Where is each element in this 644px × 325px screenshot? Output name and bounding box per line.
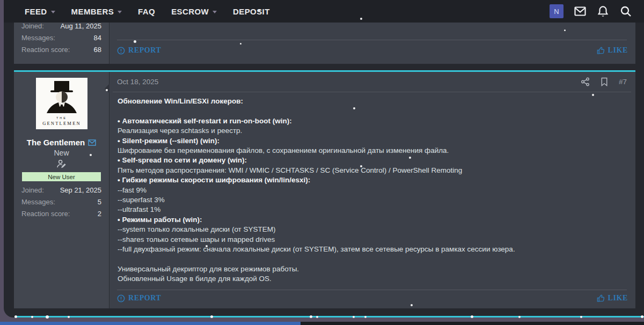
alerts-bell-icon[interactable] [597,5,609,18]
post-date[interactable]: Oct 18, 2025 [117,78,158,86]
report-button[interactable]: REPORT [117,294,161,302]
username-text: The Gentlemen [27,138,85,147]
report-button[interactable]: REPORT [117,46,161,55]
report-label: REPORT [128,294,161,302]
stat-row: Reaction score:68 [21,44,101,56]
post-text-line: Шифрование без переименования файлов, с … [118,146,628,156]
post-actions: REPORT LIKE [117,46,628,55]
bookmark-icon[interactable] [601,77,608,86]
post-text-line: Пять методов распространения: WMI / WMIC… [118,166,628,175]
stat-value: Sep 21, 2025 [60,184,101,196]
post-7-content: Oct 18, 2025 #7 Обновление Win/Lin/ESXi … [109,72,635,308]
nav-item-members[interactable]: MEMBERS [65,4,128,19]
like-button[interactable]: LIKE [597,294,628,302]
post-text-line: • Self-spread по сети и домену (win): [118,156,628,165]
forum-container: FEEDMEMBERSFAQESCROWDEPOSIT N Joined:Aug… [4,0,644,317]
username-link[interactable]: The Gentlemen [14,138,109,147]
nav-item-feed[interactable]: FEED [19,4,61,19]
post-actions: REPORT LIKE [117,294,628,302]
post-text-line: --shares только сетевые шары и mapped dr… [118,235,628,245]
nav-item-faq[interactable]: FAQ [132,4,161,19]
post-text-line: • Режимы работы (win): [118,215,628,225]
bottom-progress-bar [0,322,301,325]
like-label: LIKE [608,46,628,55]
nav-item-label: FEED [25,7,47,16]
chevron-down-icon [118,11,122,13]
like-button[interactable]: LIKE [597,46,628,55]
stat-label: Messages: [21,32,55,44]
post-7: THE GENTLEMEN The Gentlemen New New User… [14,70,635,308]
thumb-up-icon [597,47,605,55]
post-text-line: --fast 9% [118,186,628,195]
stat-value: 68 [94,44,101,56]
stat-label: Messages: [21,196,55,208]
post-text-line: --superfast 3% [118,195,628,205]
svg-text:GENTLEMEN: GENTLEMEN [42,121,81,126]
post-text-line: • Гибкие режимы скорости шифрования (win… [118,175,628,185]
bottom-accent-line [14,316,644,317]
post-text-line: --full двухфазный режим: сначала локальн… [118,245,628,254]
message-arrow [105,84,109,93]
messages-envelope-icon[interactable] [574,5,587,18]
svg-text:THE: THE [56,116,67,120]
stat-value: 2 [98,208,101,220]
share-icon[interactable] [581,77,590,86]
stat-row: Joined:Aug 11, 2025 [21,20,101,32]
gentleman-avatar-image: THE GENTLEMEN [36,78,87,129]
post-previous: Joined:Aug 11, 2025Messages:84Reaction s… [14,23,635,64]
post-7-sidebar: THE GENTLEMEN The Gentlemen New New User… [14,72,109,308]
stat-value: 5 [98,196,101,208]
account-avatar-badge[interactable]: N [550,4,564,18]
search-icon[interactable] [619,5,632,18]
post-text-line: --ultrafast 1% [118,205,628,215]
divider [117,40,627,40]
divider [117,290,627,290]
user-edit-icon [14,159,109,168]
report-alert-icon [117,294,125,302]
post-text-line: Реализация через schtasks и реестр. [118,126,628,136]
nav-item-label: DEPOSIT [233,7,270,16]
stat-row: Messages:5 [21,196,101,208]
user-avatar[interactable]: THE GENTLEMEN [36,78,87,129]
post-text-line: --system только локальные диски (от SYST… [118,225,628,234]
stat-row: Reaction score:2 [21,208,101,220]
nav-right-icons: N [550,4,632,18]
post-previous-sidebar: Joined:Aug 11, 2025Messages:84Reaction s… [14,23,109,64]
user-title: New [14,149,109,157]
stat-row: Messages:84 [21,32,101,44]
post-text-line [118,255,628,264]
post-header: Oct 18, 2025 #7 [113,72,631,92]
user-stats: Joined:Aug 11, 2025Messages:84Reaction s… [21,20,101,56]
post-text-line: Обновленный Usage в билде для каждой OS. [118,274,628,284]
post-text-line: • Silent-режим (--silent) (win): [118,136,628,146]
post-text-line [118,106,628,116]
chevron-down-icon [51,11,55,13]
nav-item-deposit[interactable]: DEPOSIT [227,4,276,19]
report-label: REPORT [128,46,161,55]
user-banner: New User [22,172,101,181]
user-stats: Joined:Sep 21, 2025Messages:5Reaction sc… [21,184,101,220]
thumb-up-icon [597,294,605,302]
stat-label: Joined: [21,184,44,196]
nav-item-label: FAQ [138,7,155,16]
stat-label: Reaction score: [21,208,70,220]
top-navbar: FEEDMEMBERSFAQESCROWDEPOSIT N [4,0,644,23]
nav-item-label: MEMBERS [71,7,114,16]
post-previous-content: REPORT LIKE [109,23,635,64]
nav-item-escrow[interactable]: ESCROW [165,4,223,19]
stat-row: Joined:Sep 21, 2025 [21,184,101,196]
stat-label: Reaction score: [21,44,70,56]
nav-menu: FEEDMEMBERSFAQESCROWDEPOSIT [19,4,276,19]
verified-envelope-icon [88,139,96,146]
stat-value: Aug 11, 2025 [61,20,101,32]
bottom-strip [0,322,644,325]
stat-value: 84 [94,32,101,44]
chevron-down-icon [213,11,217,13]
post-body: Обновление Win/Lin/ESXi локеров: • Автом… [118,97,628,284]
report-alert-icon [117,47,125,55]
post-text-line: • Автоматический self-restart и run-on-b… [118,116,628,126]
post-number-link[interactable]: #7 [619,78,627,86]
stat-label: Joined: [21,20,44,32]
nav-item-label: ESCROW [171,7,209,16]
post-text-line: Универсальный декриптор для всех режимов… [118,264,628,274]
